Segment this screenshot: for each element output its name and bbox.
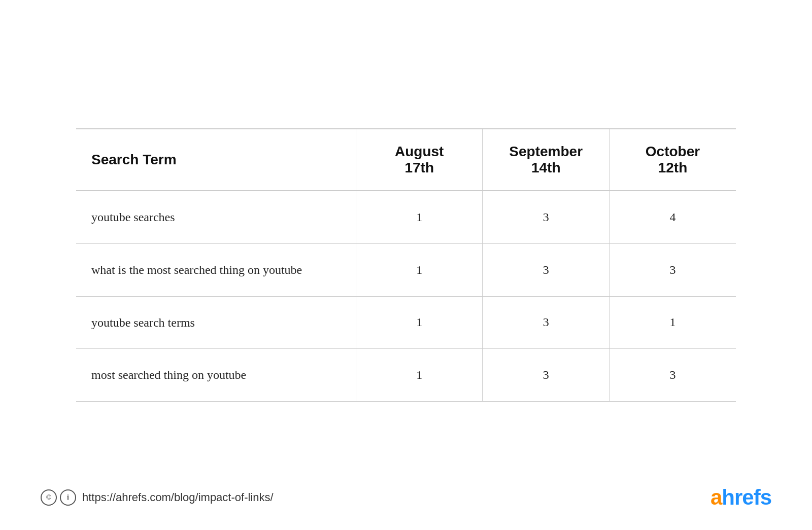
table-header-row: Search Term August17th September14th Oct…	[76, 129, 736, 191]
august-value-cell: 1	[356, 349, 483, 402]
table-row: youtube searches 1 3 4	[76, 191, 736, 243]
data-table: Search Term August17th September14th Oct…	[76, 128, 736, 402]
ahrefs-logo: ahrefs	[710, 485, 771, 510]
column-header-october: October12th	[609, 129, 736, 191]
table-row: what is the most searched thing on youtu…	[76, 243, 736, 296]
september-value-cell: 3	[483, 191, 609, 243]
info-icon: i	[60, 489, 76, 506]
table-row: most searched thing on youtube 1 3 3	[76, 349, 736, 402]
september-value-cell: 3	[483, 296, 609, 349]
footer: © i https://ahrefs.com/blog/impact-of-li…	[0, 485, 812, 510]
august-value-cell: 1	[356, 296, 483, 349]
column-header-august: August17th	[356, 129, 483, 191]
footer-icons: © i	[41, 489, 76, 506]
october-value-cell: 1	[609, 296, 736, 349]
column-header-search-term: Search Term	[76, 129, 356, 191]
footer-url: https://ahrefs.com/blog/impact-of-links/	[82, 491, 274, 504]
search-term-cell: what is the most searched thing on youtu…	[76, 243, 356, 296]
footer-left: © i https://ahrefs.com/blog/impact-of-li…	[41, 489, 274, 506]
october-value-cell: 3	[609, 349, 736, 402]
september-value-cell: 3	[483, 243, 609, 296]
table-row: youtube search terms 1 3 1	[76, 296, 736, 349]
september-value-cell: 3	[483, 349, 609, 402]
august-value-cell: 1	[356, 191, 483, 243]
ahrefs-logo-a: a	[710, 485, 722, 509]
ahrefs-logo-hrefs: hrefs	[722, 485, 771, 509]
search-term-cell: youtube search terms	[76, 296, 356, 349]
creative-commons-icon: ©	[41, 489, 57, 506]
august-value-cell: 1	[356, 243, 483, 296]
search-term-cell: most searched thing on youtube	[76, 349, 356, 402]
october-value-cell: 3	[609, 243, 736, 296]
search-term-cell: youtube searches	[76, 191, 356, 243]
column-header-september: September14th	[483, 129, 609, 191]
october-value-cell: 4	[609, 191, 736, 243]
